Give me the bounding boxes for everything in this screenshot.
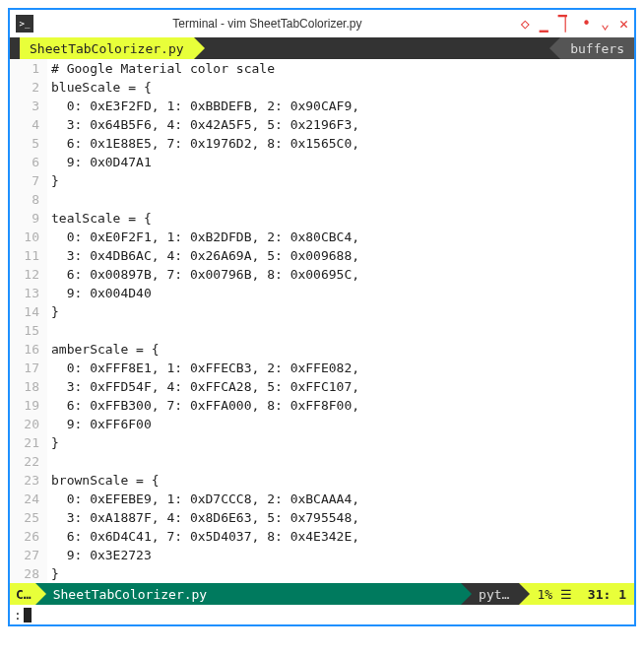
line-code: 6: 0x1E88E5, 7: 0x1976D2, 8: 0x1565C0, — [47, 134, 634, 153]
editor-line[interactable]: 7} — [10, 171, 634, 190]
window-title: Terminal - vim SheetTabColorizer.py — [20, 17, 515, 31]
editor-line[interactable]: 19 6: 0xFFB300, 7: 0xFFA000, 8: 0xFF8F00… — [10, 396, 634, 415]
line-number: 28 — [10, 564, 47, 583]
editor-line[interactable]: 24 0: 0xEFEBE9, 1: 0xD7CCC8, 2: 0xBCAAA4… — [10, 490, 634, 508]
line-code: 9: 0x004D40 — [47, 284, 634, 302]
line-number: 23 — [10, 471, 47, 490]
line-number: 20 — [10, 415, 47, 433]
line-code: # Google Material color scale — [47, 59, 634, 78]
line-code: } — [47, 302, 634, 321]
close-icon[interactable]: ✕ — [619, 15, 628, 33]
line-code: 9: 0x3E2723 — [47, 546, 634, 564]
line-number: 26 — [10, 527, 47, 546]
editor-line[interactable]: 25 3: 0xA1887F, 4: 0x8D6E63, 5: 0x795548… — [10, 508, 634, 527]
line-code: blueScale = { — [47, 78, 634, 97]
line-number: 7 — [10, 171, 47, 190]
line-number: 3 — [10, 97, 47, 115]
editor-area[interactable]: 1# Google Material color scale2blueScale… — [10, 59, 634, 583]
editor-line[interactable]: 14} — [10, 302, 634, 321]
editor-line[interactable]: 2blueScale = { — [10, 78, 634, 97]
window-controls: ◇ ▁ ▔▏ • ⌄ ✕ — [521, 15, 628, 33]
line-code: } — [47, 171, 634, 190]
line-number: 6 — [10, 153, 47, 171]
line-number: 10 — [10, 228, 47, 246]
line-code — [47, 321, 634, 340]
editor-line[interactable]: 10 0: 0xE0F2F1, 1: 0xB2DFDB, 2: 0x80CBC4… — [10, 228, 634, 246]
editor-line[interactable]: 23brownScale = { — [10, 471, 634, 490]
line-number: 5 — [10, 134, 47, 153]
line-number: 21 — [10, 433, 47, 452]
line-number: 4 — [10, 115, 47, 134]
editor-line[interactable]: 1# Google Material color scale — [10, 59, 634, 78]
editor-line[interactable]: 20 9: 0xFF6F00 — [10, 415, 634, 433]
status-percent: 1% ☰ — [519, 583, 581, 605]
status-mode: C… — [10, 583, 35, 605]
editor-line[interactable]: 8 — [10, 190, 634, 209]
editor-line[interactable]: 12 6: 0x00897B, 7: 0x00796B, 8: 0x00695C… — [10, 265, 634, 284]
line-number: 27 — [10, 546, 47, 564]
line-number: 2 — [10, 78, 47, 97]
editor-line[interactable]: 18 3: 0xFFD54F, 4: 0xFFCA28, 5: 0xFFC107… — [10, 377, 634, 396]
line-code — [47, 190, 634, 209]
line-number: 25 — [10, 508, 47, 527]
line-code: 3: 0xFFD54F, 4: 0xFFCA28, 5: 0xFFC107, — [47, 377, 634, 396]
line-number: 1 — [10, 59, 47, 78]
editor-line[interactable]: 22 — [10, 452, 634, 471]
editor-line[interactable]: 26 6: 0x6D4C41, 7: 0x5D4037, 8: 0x4E342E… — [10, 527, 634, 546]
command-line[interactable]: : — [10, 605, 634, 624]
line-code: } — [47, 433, 634, 452]
restore-icon[interactable]: ▔▏ — [558, 15, 572, 33]
editor-line[interactable]: 11 3: 0x4DB6AC, 4: 0x26A69A, 5: 0x009688… — [10, 246, 634, 265]
line-code: 6: 0x6D4C41, 7: 0x5D4037, 8: 0x4E342E, — [47, 527, 634, 546]
wc-diamond-icon[interactable]: ◇ — [521, 15, 530, 33]
terminal-window: >_ Terminal - vim SheetTabColorizer.py ◇… — [8, 8, 636, 626]
titlebar[interactable]: >_ Terminal - vim SheetTabColorizer.py ◇… — [10, 10, 634, 37]
editor-line[interactable]: 3 0: 0xE3F2FD, 1: 0xBBDEFB, 2: 0x90CAF9, — [10, 97, 634, 115]
editor-line[interactable]: 5 6: 0x1E88E5, 7: 0x1976D2, 8: 0x1565C0, — [10, 134, 634, 153]
tab-label: SheetTabColorizer.py — [30, 41, 184, 56]
cmdline-text: : — [14, 608, 22, 622]
line-code — [47, 452, 634, 471]
line-code: brownScale = { — [47, 471, 634, 490]
line-number: 12 — [10, 265, 47, 284]
line-number: 22 — [10, 452, 47, 471]
tab-active[interactable]: SheetTabColorizer.py — [20, 37, 194, 59]
minimize-icon[interactable]: ▁ — [540, 15, 548, 33]
editor-line[interactable]: 21} — [10, 433, 634, 452]
line-number: 16 — [10, 340, 47, 359]
line-code: } — [47, 564, 634, 583]
line-number: 11 — [10, 246, 47, 265]
line-number: 13 — [10, 284, 47, 302]
line-code: 9: 0x0D47A1 — [47, 153, 634, 171]
line-code: amberScale = { — [47, 340, 634, 359]
line-code: 0: 0xEFEBE9, 1: 0xD7CCC8, 2: 0xBCAAA4, — [47, 490, 634, 508]
editor-line[interactable]: 17 0: 0xFFF8E1, 1: 0xFFECB3, 2: 0xFFE082… — [10, 359, 634, 377]
line-number: 8 — [10, 190, 47, 209]
line-code: 3: 0xA1887F, 4: 0x8D6E63, 5: 0x795548, — [47, 508, 634, 527]
line-code: 0: 0xFFF8E1, 1: 0xFFECB3, 2: 0xFFE082, — [47, 359, 634, 377]
line-code: tealScale = { — [47, 209, 634, 228]
editor-line[interactable]: 15 — [10, 321, 634, 340]
editor-line[interactable]: 4 3: 0x64B5F6, 4: 0x42A5F5, 5: 0x2196F3, — [10, 115, 634, 134]
line-number: 17 — [10, 359, 47, 377]
buffer-tabbar: SheetTabColorizer.py buffers — [10, 37, 634, 59]
editor-line[interactable]: 9tealScale = { — [10, 209, 634, 228]
buffers-indicator[interactable]: buffers — [560, 37, 634, 59]
editor-line[interactable]: 27 9: 0x3E2723 — [10, 546, 634, 564]
editor-line[interactable]: 6 9: 0x0D47A1 — [10, 153, 634, 171]
line-number: 14 — [10, 302, 47, 321]
statusline: C… SheetTabColorizer.py pyt… 1% ☰ 31: 1 — [10, 583, 634, 605]
editor-line[interactable]: 28} — [10, 564, 634, 583]
maximize-icon[interactable]: ⌄ — [601, 15, 610, 33]
wc-dot-icon[interactable]: • — [582, 15, 591, 33]
line-code: 9: 0xFF6F00 — [47, 415, 634, 433]
status-filename: SheetTabColorizer.py — [35, 583, 461, 605]
line-code: 0: 0xE0F2F1, 1: 0xB2DFDB, 2: 0x80CBC4, — [47, 228, 634, 246]
cursor-icon — [24, 608, 32, 622]
line-code: 6: 0xFFB300, 7: 0xFFA000, 8: 0xFF8F00, — [47, 396, 634, 415]
status-position: 31: 1 — [582, 583, 634, 605]
editor-line[interactable]: 13 9: 0x004D40 — [10, 284, 634, 302]
editor-line[interactable]: 16amberScale = { — [10, 340, 634, 359]
buffers-label: buffers — [570, 41, 624, 56]
line-number: 15 — [10, 321, 47, 340]
